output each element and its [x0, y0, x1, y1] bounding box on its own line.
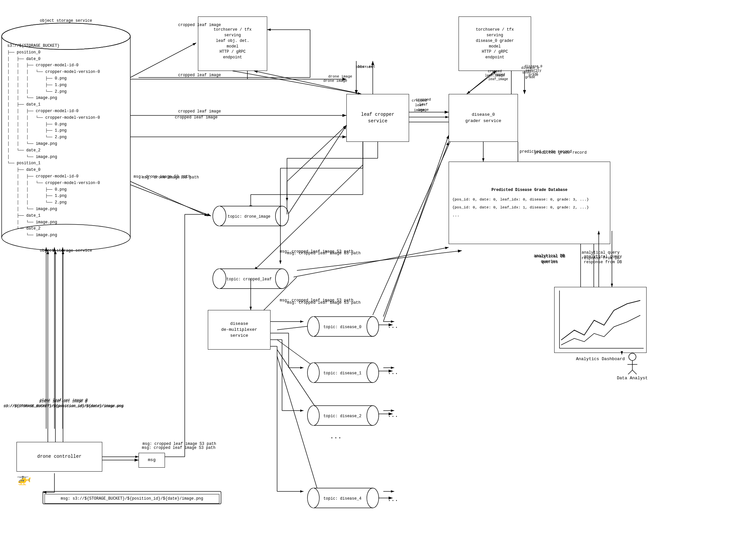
svg-point-80	[367, 488, 379, 508]
topic-cropped-svg: topic: cropped_leaf	[208, 264, 294, 294]
svg-text:topic: drone_image: topic: drone_image	[228, 214, 271, 219]
disease-grader-box: disease_0 grader service	[449, 94, 518, 142]
svg-text:topic: cropped_leaf: topic: cropped_leaf	[227, 277, 272, 282]
svg-text:topic: disease_0: topic: disease_0	[323, 325, 361, 329]
analytics-chart-box	[554, 287, 647, 353]
lbl-bbox: bbox set	[356, 65, 373, 70]
lbl-cropped-mid2: cropped leaf image	[175, 115, 218, 120]
svg-point-65	[367, 317, 379, 336]
bottom-msg-label: msg: s3://${STORAGE_BUCKET}/${position_i…	[45, 494, 219, 504]
dots-after-disease4: ...	[388, 495, 398, 504]
topic-disease2-svg: topic: disease_2	[303, 402, 383, 429]
chart-svg	[555, 287, 647, 353]
topic-disease0-svg: topic: disease_0	[303, 313, 383, 340]
object-storage-label-top: object storage service	[20, 18, 112, 24]
msg-box: msg	[139, 453, 165, 468]
db-dots: ...	[452, 213, 460, 218]
object-storage-label-bottom: object storage service	[16, 248, 115, 254]
svg-text:topic: disease_1: topic: disease_1	[323, 371, 361, 376]
person-svg	[624, 353, 641, 374]
label-cropped-leaf-top: cropped leaf image	[178, 73, 221, 78]
svg-line-129	[130, 181, 208, 216]
svg-line-118	[383, 142, 449, 317]
lbl-msg-cropped-s3-3: msg: cropped leaf image S3 path	[143, 441, 216, 447]
lbl-cropped-small: croppedleaf_image	[485, 69, 505, 78]
svg-point-60	[275, 269, 289, 289]
svg-text:topic: disease_2: topic: disease_2	[323, 414, 361, 419]
data-analyst-person: Data Analyst	[617, 353, 648, 381]
lbl-cropped-right: croppedleafimage	[412, 98, 427, 112]
topic-drone-cylinder: topic: drone_image	[208, 201, 294, 232]
torchserve-disease-box: torchserve / tfx serving disease_0 grade…	[459, 16, 531, 71]
lbl-drone-img: drone image	[323, 78, 347, 83]
lbl-msg-cropped-s3-1: msg: cropped leaf image S3 path	[280, 249, 353, 255]
lbl-analytical-queries: analytical DBqueries	[534, 253, 565, 264]
topic-disease4-svg: topic: disease_4	[303, 485, 383, 511]
drone-icon: 🚁	[16, 472, 31, 486]
svg-line-51	[628, 370, 632, 374]
data-analyst-label: Data Analyst	[617, 376, 648, 381]
file-tree: s3://${STORAGE_BUCKET} ├── position_0 │ …	[7, 43, 100, 239]
topic-disease0-cylinder: topic: disease_0	[303, 313, 383, 341]
topic-cropped-cylinder: topic: cropped_leaf	[208, 264, 294, 295]
lbl-analytical-response: analytical queryresponse from DB	[582, 250, 620, 261]
topic-disease1-svg: topic: disease_1	[303, 359, 383, 386]
lbl-msg-cropped-s3-2: msg: cropped leaf image S3 path	[280, 298, 353, 303]
topic-disease4-cylinder: topic: disease_4	[303, 485, 383, 513]
svg-line-52	[632, 370, 637, 374]
dots-after-disease0: ...	[388, 322, 398, 330]
lbl-msg-drone-s3: msg: drone image S3 path	[134, 174, 191, 180]
topic-disease2-cylinder: topic: disease_2	[303, 402, 383, 430]
leaf-cropper-box: leaf cropper service	[346, 94, 409, 142]
db-title: Predicted Disease Grade Database	[452, 187, 607, 193]
svg-point-55	[275, 206, 289, 226]
svg-line-24	[287, 125, 346, 216]
label-cropped-leaf-mid: cropped leaf image	[178, 109, 221, 114]
svg-text:topic: disease_4: topic: disease_4	[323, 496, 361, 501]
drone-controller-box: drone controller	[16, 442, 102, 472]
predicted-grade-db-box: Predicted Disease Grade Database {pos_id…	[449, 162, 610, 244]
db-record1: {pos_id: 0, date: 0, leaf_idx: 0, diseas…	[452, 197, 589, 202]
arrows-svg	[0, 0, 733, 560]
disease-dots-mid: ...	[330, 432, 342, 441]
topic-disease1-cylinder: topic: disease_1	[303, 359, 383, 387]
disease-demux-box: disease de-multiplexer service	[208, 310, 271, 350]
dots-after-disease1: ...	[388, 368, 398, 377]
svg-point-70	[367, 363, 379, 383]
lbl-predicted-grade: predicted grade record	[520, 149, 572, 155]
arrows-overlay	[0, 0, 733, 560]
db-record2: {pos_id: 0, date: 0, leaf_idx: 1, diseas…	[452, 205, 589, 210]
diagram: object storage service s3://${STORAGE_BU…	[0, 0, 733, 560]
svg-line-132	[383, 135, 449, 322]
svg-line-37	[373, 130, 455, 315]
dots-after-disease2: ...	[388, 411, 398, 420]
topic-drone-svg: topic: drone_image	[208, 201, 294, 231]
svg-line-23	[130, 185, 211, 216]
lbl-disease-severity: disease_0severitygrade	[525, 64, 542, 77]
lbl-cropped-top: cropped leaf image	[178, 22, 221, 28]
svg-point-75	[367, 406, 379, 425]
svg-line-98	[287, 125, 346, 181]
svg-point-48	[629, 353, 636, 360]
lbl-plant-label: plant leaf-set image @s3://${STORAGE_BUC…	[4, 397, 124, 408]
